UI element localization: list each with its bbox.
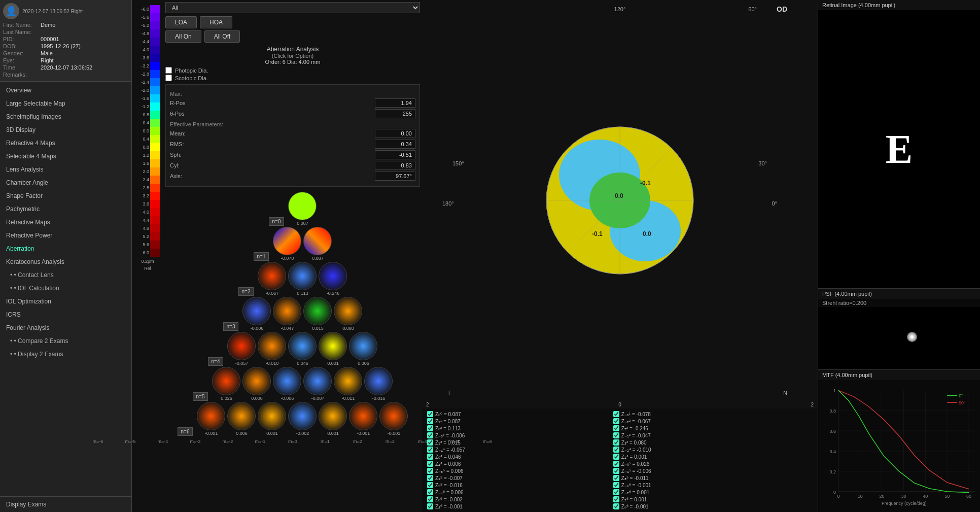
avatar: 👤 [3, 3, 19, 19]
zernike-checkbox-18[interactable] [427, 475, 433, 481]
zernike-checkbox-3[interactable] [613, 418, 619, 424]
nav-item-shape-factor[interactable]: Shape Factor [0, 189, 131, 202]
zernike-item-16: Z₋₃⁵ = 0.006 [426, 467, 612, 474]
loa-button[interactable]: LOA [165, 16, 197, 28]
z-mini-3-2 [303, 297, 332, 325]
z-val-4-3: 0.001 [327, 361, 339, 366]
photopic-checkbox[interactable] [165, 67, 172, 74]
n-label-1: n=1 [254, 252, 269, 261]
zernike-checkbox-26[interactable] [427, 503, 433, 509]
svg-text:-0.1: -0.1 [592, 230, 603, 237]
scale-row-4: -4.4 [135, 38, 160, 46]
sph-value: -0.51 [375, 150, 415, 159]
zernike-item-17: Z₋₁⁵ = -0.006 [612, 467, 798, 474]
zernike-checkbox-24[interactable] [427, 496, 433, 502]
z-cell-6-0: -0.001 [197, 402, 225, 436]
zernike-label-3: Z₋₂² = -0.067 [621, 419, 651, 424]
axis-value: 97.67° [375, 172, 415, 181]
z-cell-0-0: 0.087 [288, 192, 317, 226]
scotopic-checkbox[interactable] [165, 75, 172, 81]
svg-text:0°: 0° [959, 393, 963, 398]
nav-item-refractive-power[interactable]: Refractive Power [0, 229, 131, 242]
nav-item-refractive-maps[interactable]: Refractive Maps [0, 216, 131, 229]
all-on-button[interactable]: All On [165, 30, 201, 43]
display-exams-button[interactable]: Display Exams [0, 496, 131, 512]
svg-text:0: 0 [833, 490, 836, 495]
nav-item-compare-2-exams[interactable]: • Compare 2 Exams [0, 334, 131, 348]
zernike-label-27: Z₆⁶ = -0.001 [621, 504, 649, 509]
nav-item-aberration[interactable]: Aberration [0, 242, 131, 255]
z-val-5-5: -0.016 [372, 396, 386, 401]
zernike-checkbox-6[interactable] [427, 432, 433, 438]
zernike-item-3: Z₋₂² = -0.067 [612, 418, 798, 425]
exam-datetime: 2020-12-07 13:06:52 Right [22, 9, 83, 14]
nav-item-contact-lens[interactable]: • Contact Lens [0, 268, 131, 282]
zernike-checkbox-9[interactable] [613, 439, 619, 446]
zernike-checkbox-19[interactable] [613, 475, 619, 481]
max-label: Max: [170, 91, 415, 97]
zernike-checkbox-7[interactable] [613, 432, 619, 438]
zernike-list: Z₀⁰ = 0.087Z₋₁¹ = -0.078Z₁¹ = 0.087Z₋₂² … [422, 408, 818, 512]
scale-row-2: -5.2 [135, 21, 160, 29]
nav-item-lens-analysis[interactable]: Lens Analysis [0, 163, 131, 176]
zernike-checkbox-25[interactable] [613, 496, 619, 502]
zernike-checkbox-2[interactable] [427, 418, 433, 424]
zernike-checkbox-22[interactable] [427, 489, 433, 495]
zernike-checkbox-10[interactable] [427, 447, 433, 453]
zernike-item-0: Z₀⁰ = 0.087 [426, 411, 612, 418]
nav-item-selectable-4-maps[interactable]: Selectable 4 Maps [0, 150, 131, 163]
zernike-checkbox-13[interactable] [613, 454, 619, 460]
nav-item-iol-optimization[interactable]: IOL Optimization [0, 295, 131, 308]
m-label-8: m=2 [342, 439, 373, 444]
nav-item-icrs[interactable]: ICRS [0, 308, 131, 321]
zernike-checkbox-15[interactable] [613, 461, 619, 467]
zernike-checkbox-0[interactable] [427, 411, 433, 417]
z-val-2-0: -0.067 [266, 291, 279, 296]
nav-item-pachymetric[interactable]: Pachymetric [0, 202, 131, 216]
nav-item-display-2-exams[interactable]: • Display 2 Exams [0, 348, 131, 361]
map-dropdown[interactable]: All [165, 2, 420, 13]
svg-text:40: 40 [923, 494, 928, 499]
nav-item-keratoconus-analysis[interactable]: Keratoconus Analysis [0, 255, 131, 268]
zernike-checkbox-20[interactable] [427, 482, 433, 488]
nav-item-chamber-angle[interactable]: Chamber Angle [0, 176, 131, 189]
scale-unit: 0.2μm [141, 259, 154, 264]
scale-row-6: -3.6 [135, 54, 160, 62]
dob-label: DOB: [3, 43, 39, 49]
zernike-checkbox-23[interactable] [613, 489, 619, 495]
psf-title: PSF (4.00mm pupil) [818, 289, 980, 299]
all-off-button[interactable]: All Off [204, 30, 240, 43]
svg-text:0.6: 0.6 [829, 429, 835, 434]
svg-rect-14 [818, 385, 980, 506]
zernike-checkbox-5[interactable] [613, 425, 619, 431]
z-cell-2-0: -0.067 [258, 262, 286, 296]
z-cell-5-1: 0.006 [242, 367, 271, 401]
psf-dot [907, 332, 917, 342]
nav-item-3d-display[interactable]: 3D Display [0, 123, 131, 136]
left-panel: All LOA HOA All On All Off Aberration An… [163, 0, 422, 512]
psf-image [818, 307, 980, 369]
zernike-checkbox-21[interactable] [613, 482, 619, 488]
zernike-checkbox-27[interactable] [613, 503, 619, 509]
z-mini-5-0 [212, 367, 240, 395]
zernike-checkbox-14[interactable] [427, 461, 433, 467]
zernike-item-25: Z₂⁶ = 0.001 [612, 496, 798, 503]
nav-item-refractive-4-maps[interactable]: Refractive 4 Maps [0, 136, 131, 150]
hoa-button[interactable]: HOA [200, 16, 232, 28]
nav-item-fourier-analysis[interactable]: Fourier Analysis [0, 321, 131, 334]
zernike-checkbox-1[interactable] [613, 411, 619, 417]
zernike-checkbox-17[interactable] [613, 468, 619, 474]
zernike-checkbox-16[interactable] [427, 468, 433, 474]
nav-item-overview[interactable]: Overview [0, 84, 131, 97]
zernike-checkbox-4[interactable] [427, 425, 433, 431]
zernike-checkbox-12[interactable] [427, 454, 433, 460]
scale-row-27: 4.8 [135, 224, 160, 232]
click-option[interactable]: (Click for Option) [165, 53, 420, 59]
zernike-item-2: Z₁¹ = 0.087 [426, 418, 612, 425]
nav-item-scheimpflug-images[interactable]: Scheimpflug Images [0, 110, 131, 123]
nav-item-iol-calculation[interactable]: • IOL Calculation [0, 282, 131, 295]
zernike-checkbox-11[interactable] [613, 447, 619, 453]
time-value: 2020-12-07 13:06:52 [41, 64, 92, 71]
zernike-item-9: Z₃³ = 0.080 [612, 439, 798, 446]
nav-item-large-selectable-map[interactable]: Large Selectable Map [0, 97, 131, 110]
